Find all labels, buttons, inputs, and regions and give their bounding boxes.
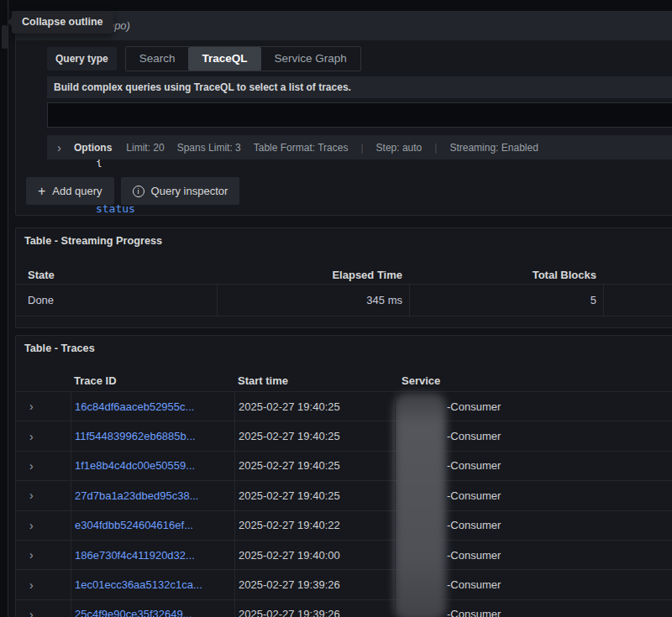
query-type-tab[interactable]: Service Graph (261, 47, 360, 71)
query-type-tab[interactable]: Search (126, 47, 189, 71)
traceql-description: Build complex queries using TraceQL to s… (47, 76, 672, 98)
trace-id-link[interactable]: 25c4f9e90ce35f32649... (71, 600, 234, 617)
query-type-row: Query type Search TraceQL Service Graph (47, 46, 361, 71)
start-time-value: 2025-02-27 19:40:25 (234, 392, 395, 421)
options-toggle[interactable]: Options (74, 142, 112, 154)
service-value: -Consumer (395, 452, 672, 480)
row-expand-chevron-icon[interactable]: › (16, 452, 71, 480)
query-type-label: Query type (47, 47, 117, 71)
traces-table-body: › 16c84df6aaceb52955c... 2025-02-27 19:4… (16, 392, 672, 617)
trace-id-link[interactable]: 1ec01ecc36aa5132c1ca... (71, 570, 234, 599)
panel-title: Table - Streaming Progress (24, 235, 162, 247)
row-expand-chevron-icon[interactable]: › (16, 511, 71, 540)
blocks-value: 5 (409, 285, 603, 316)
query-type-tab[interactable]: TraceQL (188, 47, 260, 71)
query-options-bar: › Options Limit: 20 Spans Limit: 3 Table… (47, 135, 672, 159)
trace-id-link[interactable]: e304fdbb524604616ef... (71, 511, 234, 540)
table-row: › 1f1e8b4c4dc00e50559... 2025-02-27 19:4… (16, 452, 672, 481)
row-expand-chevron-icon[interactable]: › (16, 421, 71, 450)
collapse-outline-tooltip: Collapse outline (12, 11, 113, 34)
start-time-value: 2025-02-27 19:39:26 (234, 600, 395, 617)
row-expand-chevron-icon[interactable]: › (16, 481, 71, 510)
table-row: › 16c84df6aaceb52955c... 2025-02-27 19:4… (16, 392, 672, 421)
plus-icon: + (38, 185, 45, 198)
query-inspector-button[interactable]: i Query inspector (121, 177, 240, 205)
options-summary-item: | (360, 142, 363, 154)
column-header-blocks[interactable]: Total Blocks (409, 269, 603, 281)
panel-title: Table - Traces (24, 342, 95, 354)
options-summary-item: Table Format: Traces (254, 142, 349, 154)
query-editor-card: (Tempo) Query type Search TraceQL Servic… (15, 11, 672, 216)
tooltip-label: Collapse outline (22, 16, 103, 28)
service-value: -Consumer (395, 392, 672, 421)
trace-id-link[interactable]: 16c84df6aaceb52955c... (71, 392, 234, 421)
traceql-query-input[interactable]: { status = error } | count () > 1 (47, 102, 672, 128)
trace-id-link[interactable]: 11f544839962eb6885b... (71, 421, 234, 450)
options-summary-item: Limit: 20 (126, 142, 164, 154)
query-inspector-label: Query inspector (151, 185, 228, 197)
row-expand-chevron-icon[interactable]: › (16, 570, 71, 599)
tooltip-arrow-icon (8, 18, 12, 26)
info-circle-icon: i (133, 186, 144, 197)
streaming-table-header: State Elapsed Time Total Blocks (16, 265, 672, 285)
options-summary-item: | (434, 142, 437, 154)
traces-panel: Table - Traces Trace ID Start time Servi… (15, 335, 672, 617)
outline-toggle-button[interactable] (2, 25, 8, 49)
column-header-elapsed[interactable]: Elapsed Time (217, 269, 409, 281)
table-row: › 11f544839962eb6885b... 2025-02-27 19:4… (16, 421, 672, 451)
service-value: -Consumer (395, 570, 672, 599)
row-expand-chevron-icon[interactable]: › (16, 541, 71, 569)
table-row: › 27d7ba1a23dbed95c38... 2025-02-27 19:4… (16, 481, 672, 510)
table-row: › e304fdbb524604616ef... 2025-02-27 19:4… (16, 511, 672, 541)
query-type-tabs: Search TraceQL Service Graph (125, 46, 361, 71)
start-time-value: 2025-02-27 19:40:25 (234, 481, 395, 510)
start-time-value: 2025-02-27 19:40:25 (234, 421, 395, 450)
content-outline-rail (0, 0, 8, 617)
row-expand-chevron-icon[interactable]: › (16, 392, 71, 421)
service-value: -Consumer (395, 600, 672, 617)
start-time-value: 2025-02-27 19:40:25 (234, 452, 395, 480)
service-value: -Consumer (395, 541, 672, 569)
table-row: › 25c4f9e90ce35f32649... 2025-02-27 19:3… (16, 600, 672, 617)
column-header-start-time[interactable]: Start time (234, 374, 395, 387)
start-time-value: 2025-02-27 19:40:00 (234, 541, 395, 569)
elapsed-value: 345 ms (217, 285, 409, 316)
top-strip (9, 0, 672, 11)
add-query-button[interactable]: + Add query (26, 177, 114, 205)
empty-cell (603, 285, 672, 316)
row-expand-chevron-icon[interactable]: › (16, 600, 71, 617)
column-header-state[interactable]: State (16, 269, 217, 281)
add-query-label: Add query (52, 185, 102, 197)
options-summary-item: Spans Limit: 3 (177, 142, 241, 154)
service-value: -Consumer (395, 511, 672, 540)
chevron-right-icon[interactable]: › (57, 141, 61, 154)
options-summary-item: Streaming: Enabled (449, 142, 538, 154)
query-row-header[interactable]: (Tempo) (16, 12, 672, 40)
table-row: › 186e730f4c411920d32... 2025-02-27 19:4… (16, 541, 672, 570)
streaming-progress-panel: Table - Streaming Progress State Elapsed… (15, 227, 672, 328)
traces-table-header: Trace ID Start time Service (16, 370, 672, 392)
table-row: › 1ec01ecc36aa5132c1ca... 2025-02-27 19:… (16, 570, 672, 599)
service-value: -Consumer (395, 421, 672, 450)
state-value: Done (16, 285, 217, 316)
trace-id-link[interactable]: 27d7ba1a23dbed95c38... (71, 481, 234, 510)
service-value: -Consumer (395, 481, 672, 510)
options-summary-item: Step: auto (376, 142, 423, 154)
query-actions: + Add query i Query inspector (26, 177, 239, 205)
trace-id-link[interactable]: 1f1e8b4c4dc00e50559... (71, 452, 234, 480)
column-header-trace-id[interactable]: Trace ID (71, 374, 234, 387)
column-header-service[interactable]: Service (395, 374, 672, 387)
start-time-value: 2025-02-27 19:40:22 (234, 511, 395, 540)
trace-id-link[interactable]: 186e730f4c411920d32... (71, 541, 234, 569)
streaming-table-row: Done 345 ms 5 (16, 285, 672, 316)
start-time-value: 2025-02-27 19:39:26 (234, 570, 395, 599)
